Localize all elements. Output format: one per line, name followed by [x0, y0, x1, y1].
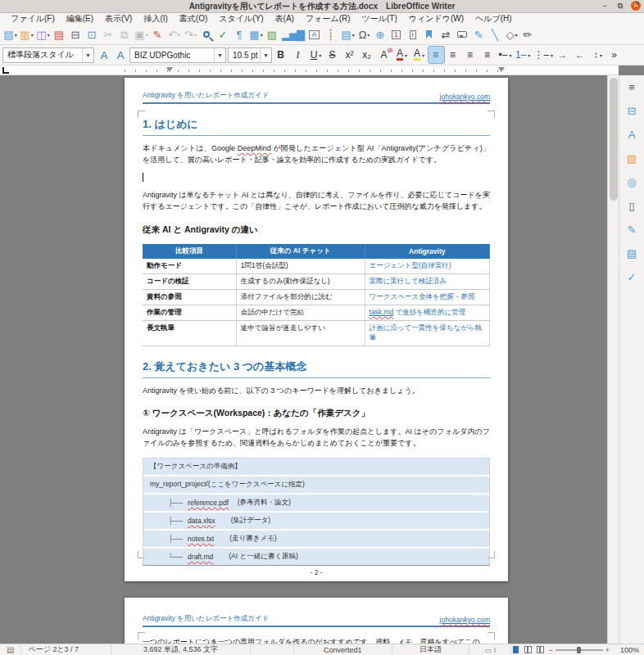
- align-justify-button[interactable]: ≡: [480, 47, 496, 63]
- workspace-file-link[interactable]: notes.txt: [188, 535, 214, 543]
- italic-button[interactable]: I: [291, 47, 306, 63]
- navigator-icon[interactable]: ◎: [623, 174, 641, 190]
- insert-hyperlink-icon[interactable]: ⊕: [373, 26, 388, 43]
- properties-icon[interactable]: ⊟: [623, 102, 641, 119]
- sidebar-settings-icon[interactable]: ≡: [623, 79, 641, 95]
- insert-cross-reference-icon[interactable]: ⇄: [438, 26, 454, 43]
- cut-icon[interactable]: ✂: [101, 26, 116, 43]
- status-page-count[interactable]: ページ 2と3 / 7: [21, 644, 111, 655]
- style-inspector-icon[interactable]: ✎: [623, 221, 641, 237]
- header-link[interactable]: johokankyo.com: [440, 93, 490, 101]
- clear-formatting-button[interactable]: A: [377, 47, 392, 63]
- paste-icon[interactable]: ▣ ▾: [134, 26, 149, 43]
- print-icon[interactable]: ⊟: [68, 26, 84, 43]
- menu-form[interactable]: フォーム(R): [300, 13, 356, 25]
- insert-line-icon[interactable]: ╲: [488, 26, 503, 43]
- menu-file[interactable]: ファイル(F): [5, 13, 61, 25]
- insert-chart-icon[interactable]: ▂▅▇: [281, 26, 306, 43]
- manage-changes-icon[interactable]: ▤: [623, 245, 641, 261]
- gallery-icon[interactable]: ▧: [623, 150, 641, 166]
- align-center-button[interactable]: ≡: [446, 47, 461, 63]
- print-preview-icon[interactable]: ⊡: [84, 26, 100, 43]
- new-document-icon[interactable]: ▤ ▾: [2, 26, 18, 43]
- new-style-icon[interactable]: A: [112, 47, 128, 63]
- book-view-button[interactable]: [536, 646, 545, 654]
- align-right-button[interactable]: ≡: [463, 47, 478, 63]
- workspace-file-link[interactable]: reference.pdf: [188, 499, 229, 507]
- styles-icon[interactable]: A: [623, 126, 641, 142]
- undo-icon[interactable]: ↶ ▾: [166, 26, 182, 43]
- indent-marker-right[interactable]: [498, 67, 505, 72]
- indent-marker-left[interactable]: [166, 67, 173, 72]
- decrease-indent-button[interactable]: ←: [573, 47, 588, 63]
- menu-edit[interactable]: 編集(E): [61, 13, 99, 25]
- clone-formatting-icon[interactable]: ✎: [150, 26, 166, 43]
- increase-indent-button[interactable]: →: [556, 47, 571, 63]
- bullet-list-button[interactable]: •– ▾: [497, 47, 513, 63]
- accessibility-check-icon[interactable]: ✓: [623, 269, 641, 285]
- insert-text-box-icon[interactable]: A: [307, 26, 323, 43]
- font-size-combo[interactable]: 10.5 pt ▼: [228, 47, 272, 63]
- header-link[interactable]: johokankyo.com: [440, 616, 490, 624]
- toolbar-overflow-button[interactable]: »: [607, 47, 623, 63]
- single-page-view-button[interactable]: [511, 646, 520, 654]
- zoom-slider-thumb[interactable]: [577, 647, 581, 653]
- insert-image-icon[interactable]: ▧: [265, 26, 280, 43]
- formatting-marks-icon[interactable]: ¶: [232, 26, 247, 43]
- workspace-file-link[interactable]: data.xlsx: [188, 517, 215, 525]
- menu-table[interactable]: 表(A): [270, 13, 300, 25]
- menu-window[interactable]: ウィンドウ(W): [403, 13, 469, 25]
- export-pdf-icon[interactable]: ▤: [52, 26, 67, 43]
- status-language[interactable]: 日本語: [392, 644, 470, 655]
- status-word-count[interactable]: 3,692 単語, 4,536 文字: [111, 644, 251, 655]
- minimize-button[interactable]: –: [600, 2, 610, 10]
- page-icon[interactable]: ▯: [623, 197, 641, 214]
- underline-button[interactable]: U ▾: [308, 47, 324, 63]
- outline-list-button[interactable]: ⋮– ▾: [533, 47, 554, 63]
- zoom-out-icon[interactable]: −: [548, 646, 552, 654]
- close-document-icon[interactable]: ✕: [634, 0, 640, 7]
- menu-format[interactable]: 書式(O): [174, 13, 213, 25]
- open-icon[interactable]: ▥ ▾: [19, 26, 34, 43]
- tab-stop-selector[interactable]: [2, 67, 9, 74]
- zoom-in-icon[interactable]: +: [605, 646, 610, 654]
- insert-bookmark-icon[interactable]: [422, 26, 438, 43]
- status-selection-mode[interactable]: ▭I: [469, 644, 511, 655]
- line-spacing-button[interactable]: ↕ ▾: [590, 47, 605, 63]
- bold-button[interactable]: B: [274, 47, 289, 63]
- menu-view[interactable]: 表示(V): [99, 13, 138, 25]
- font-color-button[interactable]: A ▾: [394, 47, 410, 63]
- restore-button[interactable]: ⧉: [615, 2, 625, 11]
- menu-help[interactable]: ヘルプ(H): [469, 13, 518, 25]
- save-icon[interactable]: ◫ ▾: [35, 26, 51, 43]
- font-name-combo[interactable]: BIZ UDPGothic ▼: [129, 47, 226, 63]
- insert-comment-icon[interactable]: [455, 26, 470, 43]
- scrollbar-thumb[interactable]: [610, 78, 618, 201]
- redo-icon[interactable]: ↷ ▾: [183, 26, 198, 43]
- multi-page-view-button[interactable]: [524, 646, 533, 654]
- superscript-button[interactable]: x²: [342, 47, 358, 63]
- insert-endnote-icon[interactable]: i: [406, 26, 421, 43]
- track-changes-icon[interactable]: ✎: [471, 26, 487, 43]
- workspace-file-link[interactable]: draft.md: [188, 553, 213, 561]
- highlight-color-button[interactable]: A ▾: [411, 47, 427, 63]
- table-link[interactable]: task.md: [370, 308, 394, 316]
- vertical-scrollbar[interactable]: [607, 75, 619, 644]
- insert-footnote-icon[interactable]: 1: [389, 26, 405, 43]
- status-page-style[interactable]: Converted1: [294, 644, 392, 655]
- paragraph-style-combo[interactable]: 標準段落スタイル ▼: [2, 47, 94, 63]
- strikethrough-button[interactable]: S: [325, 47, 341, 63]
- insert-page-break-icon[interactable]: ┊: [324, 26, 339, 43]
- copy-icon[interactable]: ⧉: [117, 26, 133, 43]
- horizontal-ruler[interactable]: [0, 66, 619, 75]
- document-page-2[interactable]: Antigravity を用いたレポート作成ガイド johokankyo.com…: [125, 598, 508, 644]
- menu-styles[interactable]: スタイル(Y): [213, 13, 269, 25]
- zoom-slider[interactable]: − +: [548, 646, 610, 654]
- draw-functions-icon[interactable]: ✏: [520, 26, 536, 43]
- document-page-1[interactable]: Antigravity を用いたレポート作成ガイド johokankyo.com…: [125, 78, 508, 581]
- find-replace-icon[interactable]: [199, 26, 215, 43]
- subscript-button[interactable]: x₂: [360, 47, 375, 63]
- insert-table-icon[interactable]: ▦ ▾: [248, 26, 264, 43]
- zoom-percentage[interactable]: 100%: [613, 646, 639, 654]
- basic-shapes-icon[interactable]: ◇ ▾: [504, 26, 519, 43]
